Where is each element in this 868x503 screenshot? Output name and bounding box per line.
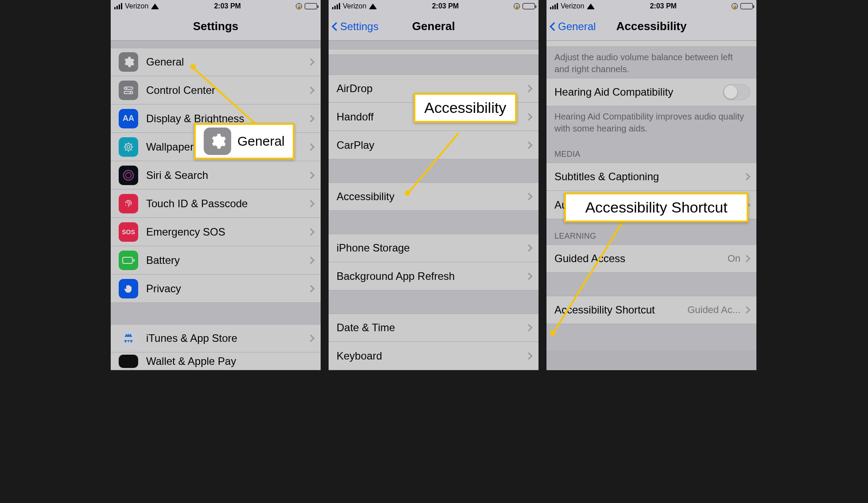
chevron-left-icon [332, 22, 341, 31]
fingerprint-icon [119, 194, 138, 213]
row-label: Hearing Aid Compatibility [554, 86, 723, 98]
row-sos[interactable]: SOS Emergency SOS [111, 218, 321, 246]
appstore-icon [119, 329, 138, 348]
row-label: Guided Access [554, 252, 728, 265]
sos-icon: SOS [119, 222, 138, 242]
svg-rect-2 [124, 91, 133, 93]
carrier-label: Verizon [343, 2, 366, 10]
svg-point-1 [126, 87, 127, 89]
status-bar: Verizon 2:03 PM 🔒 [329, 0, 539, 12]
chevron-right-icon [525, 193, 533, 201]
row-wallet[interactable]: Wallet & Apple Pay [111, 352, 321, 370]
row-label: Touch ID & Passcode [146, 197, 308, 210]
row-accessibility-shortcut[interactable]: Accessibility Shortcut Guided Ac... [546, 296, 756, 324]
row-keyboard[interactable]: Keyboard [329, 342, 539, 370]
chevron-right-icon [307, 115, 315, 122]
signal-bars-icon [332, 3, 340, 9]
row-label: Wallet & Apple Pay [146, 355, 314, 368]
row-label: CarPlay [337, 139, 526, 151]
chevron-right-icon [307, 335, 315, 342]
chevron-right-icon [743, 255, 751, 263]
chevron-right-icon [307, 256, 315, 264]
row-control-center[interactable]: Control Center [111, 76, 321, 104]
row-label: Background App Refresh [337, 270, 526, 282]
rotation-lock-icon: 🔒 [514, 3, 520, 9]
balance-footer: Adjust the audio volume balance between … [546, 47, 756, 78]
callout-accessibility-shortcut: Accessibility Shortcut [564, 193, 748, 222]
row-touchid[interactable]: Touch ID & Passcode [111, 190, 321, 218]
gear-icon [204, 128, 231, 155]
back-button[interactable]: General [551, 20, 596, 33]
row-label: iTunes & App Store [146, 332, 308, 344]
chevron-right-icon [525, 272, 533, 280]
wallet-icon [119, 355, 138, 368]
rotation-lock-icon: 🔒 [732, 3, 738, 9]
chevron-right-icon [525, 141, 533, 149]
callout-general: General [194, 123, 294, 159]
row-siri[interactable]: Siri & Search [111, 161, 321, 190]
hand-icon [119, 279, 138, 298]
row-value: On [728, 253, 740, 264]
svg-rect-8 [123, 257, 132, 263]
signal-bars-icon [550, 3, 558, 9]
page-title: Settings [111, 19, 321, 33]
wifi-icon [369, 4, 377, 9]
wallpaper-icon [119, 137, 138, 157]
row-iphone-storage[interactable]: iPhone Storage [329, 234, 539, 262]
back-button[interactable]: Settings [333, 20, 379, 33]
wifi-icon [151, 4, 159, 9]
svg-point-4 [127, 145, 130, 148]
row-label: Subtitles & Captioning [554, 170, 744, 183]
nav-bar: Settings General [329, 12, 539, 41]
toggle-off[interactable] [723, 84, 750, 100]
row-guided-access[interactable]: Guided Access On [546, 244, 756, 273]
chevron-right-icon [307, 143, 315, 151]
row-label: Battery [146, 254, 308, 267]
svg-rect-0 [124, 87, 133, 89]
screen-settings: Verizon 2:03 PM 🔒 Settings General Co [111, 0, 321, 370]
battery-icon [523, 3, 535, 9]
toggles-icon [119, 81, 138, 100]
status-bar: Verizon 2:03 PM 🔒 [546, 0, 756, 12]
signal-bars-icon [114, 3, 122, 9]
chevron-right-icon [307, 86, 315, 94]
siri-icon [119, 166, 138, 185]
chevron-right-icon [525, 244, 533, 252]
row-general[interactable]: General [111, 48, 321, 76]
row-itunes[interactable]: iTunes & App Store [111, 324, 321, 352]
wifi-icon [587, 4, 595, 9]
chevron-right-icon [307, 200, 315, 207]
clock: 2:03 PM [650, 2, 676, 10]
nav-bar: General Accessibility [546, 12, 756, 41]
row-value: Guided Ac... [687, 304, 740, 316]
row-carplay[interactable]: CarPlay [329, 131, 539, 159]
status-bar: Verizon 2:03 PM 🔒 [111, 0, 321, 12]
row-battery[interactable]: Battery [111, 246, 321, 275]
svg-point-6 [124, 170, 134, 180]
row-background-refresh[interactable]: Background App Refresh [329, 262, 539, 290]
section-learning: LEARNING [546, 219, 756, 244]
chevron-right-icon [307, 171, 315, 179]
callout-accessibility: Accessibility [414, 93, 517, 123]
row-label: Control Center [146, 84, 308, 97]
row-privacy[interactable]: Privacy [111, 275, 321, 303]
battery-icon [740, 3, 753, 9]
screen-general: Verizon 2:03 PM 🔒 Settings General AirDr… [329, 0, 539, 370]
row-accessibility[interactable]: Accessibility [329, 182, 539, 211]
chevron-right-icon [307, 285, 315, 292]
chevron-right-icon [525, 352, 533, 360]
chevron-right-icon [743, 173, 751, 181]
battery-row-icon [119, 251, 138, 270]
row-subtitles[interactable]: Subtitles & Captioning [546, 163, 756, 191]
row-label: Privacy [146, 282, 308, 295]
row-date-time[interactable]: Date & Time [329, 313, 539, 342]
clock: 2:03 PM [214, 2, 240, 10]
chevron-right-icon [525, 113, 533, 120]
chevron-right-icon [307, 228, 315, 236]
battery-icon [305, 3, 317, 9]
back-label: Settings [340, 20, 379, 33]
chevron-right-icon [525, 85, 533, 93]
chevron-right-icon [307, 58, 315, 66]
row-hearing-aid[interactable]: Hearing Aid Compatibility [546, 78, 756, 106]
display-icon: AA [119, 109, 138, 128]
